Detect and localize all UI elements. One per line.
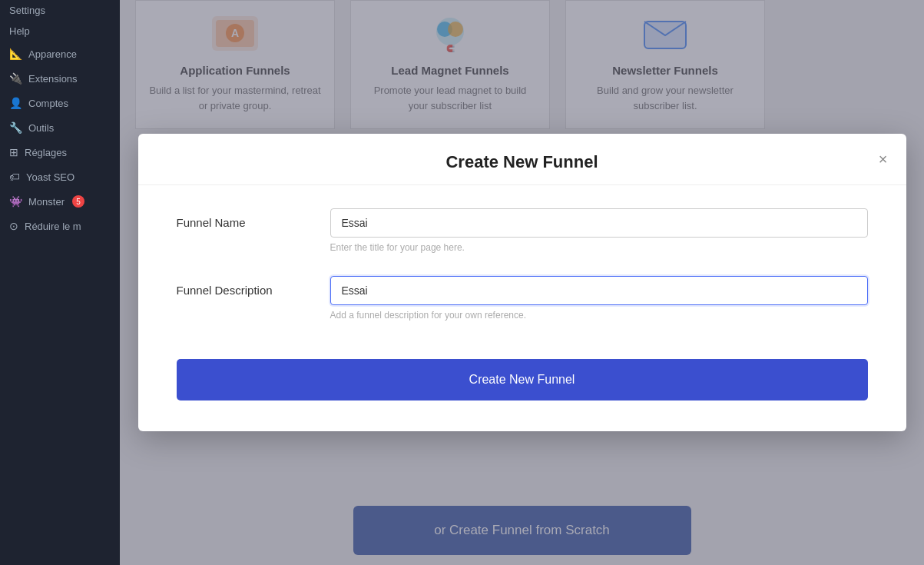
sidebar-item-outils[interactable]: 🔧 Outils	[0, 115, 120, 140]
apparence-icon: 📐	[9, 48, 22, 60]
sidebar-item-yoast[interactable]: 🏷 Yoast SEO	[0, 165, 120, 189]
create-new-funnel-button[interactable]: Create New Funnel	[177, 359, 868, 400]
reglages-icon: ⊞	[9, 146, 18, 158]
funnel-description-hint: Add a funnel description for your own re…	[330, 310, 868, 321]
funnel-name-input[interactable]	[330, 208, 868, 238]
sidebar-item-reduce[interactable]: ⊙ Réduire le m	[0, 214, 120, 238]
reduce-icon: ⊙	[9, 220, 18, 232]
yoast-icon: 🏷	[9, 171, 20, 183]
outils-icon: 🔧	[9, 121, 22, 134]
funnel-name-field: Enter the title for your page here.	[330, 208, 868, 253]
funnel-name-hint: Enter the title for your page here.	[330, 242, 868, 253]
modal-title: Create New Funnel	[445, 152, 598, 172]
monster-badge: 5	[72, 195, 84, 208]
sidebar: Settings Help 📐 Apparence 🔌 Extensions 👤…	[0, 0, 120, 565]
create-funnel-modal: Create New Funnel × Funnel Name Enter th…	[138, 134, 906, 431]
funnel-description-row: Funnel Description Add a funnel descript…	[177, 276, 868, 321]
funnel-description-input[interactable]	[330, 276, 868, 305]
funnel-name-row: Funnel Name Enter the title for your pag…	[177, 208, 868, 253]
modal-body: Funnel Name Enter the title for your pag…	[138, 185, 906, 351]
extensions-icon: 🔌	[9, 72, 22, 85]
funnel-description-label: Funnel Description	[177, 276, 330, 297]
sidebar-item-apparence[interactable]: 📐 Apparence	[0, 42, 120, 66]
funnel-name-label: Funnel Name	[177, 208, 330, 229]
modal-close-button[interactable]: ×	[876, 148, 891, 170]
sidebar-item-settings[interactable]: Settings	[0, 0, 120, 21]
main-content: A Application Funnels Build a list for y…	[120, 0, 924, 565]
monster-icon: 👾	[9, 195, 22, 208]
funnel-description-field: Add a funnel description for your own re…	[330, 276, 868, 321]
sidebar-item-monster[interactable]: 👾 Monster 5	[0, 189, 120, 214]
modal-footer: Create New Funnel	[138, 351, 906, 400]
sidebar-item-comptes[interactable]: 👤 Comptes	[0, 91, 120, 115]
comptes-icon: 👤	[9, 97, 22, 109]
sidebar-item-help[interactable]: Help	[0, 21, 120, 42]
modal-header: Create New Funnel ×	[138, 134, 906, 185]
sidebar-item-reglages[interactable]: ⊞ Réglages	[0, 140, 120, 165]
modal-overlay: Create New Funnel × Funnel Name Enter th…	[120, 0, 924, 565]
sidebar-item-extensions[interactable]: 🔌 Extensions	[0, 66, 120, 91]
